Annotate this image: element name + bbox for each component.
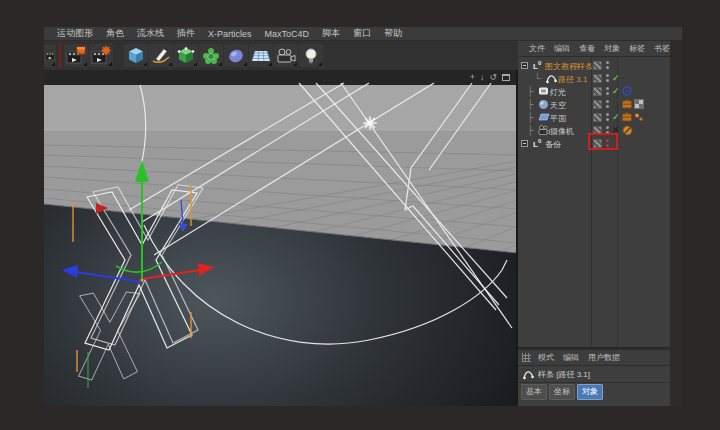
editor-visibility-dot[interactable] xyxy=(606,113,609,116)
editor-visibility-dot[interactable] xyxy=(606,126,609,129)
editor-visibility-dot[interactable] xyxy=(606,87,609,90)
layer-icon[interactable] xyxy=(593,74,602,83)
main-menu-item[interactable]: 角色 xyxy=(106,27,124,40)
plane-icon xyxy=(538,112,550,124)
viewport-top-strip xyxy=(44,70,518,85)
attribute-menu-item[interactable]: 编辑 xyxy=(563,352,579,363)
render-visibility-dot[interactable] xyxy=(606,105,609,108)
tree-branch: ├ xyxy=(527,99,533,109)
generator-icon[interactable] xyxy=(199,44,223,67)
selected-point-star xyxy=(363,116,377,130)
layer-icon[interactable] xyxy=(593,113,602,122)
compositing-tag-icon[interactable] xyxy=(622,99,632,109)
main-menu-item[interactable]: 脚本 xyxy=(322,27,340,40)
render-visibility-dot[interactable] xyxy=(606,92,609,95)
object-manager-menu-item[interactable]: 编辑 xyxy=(554,43,570,54)
expander-icon[interactable] xyxy=(521,62,528,69)
attribute-menu-item[interactable]: 模式 xyxy=(538,352,554,363)
editor-visibility-dot[interactable] xyxy=(606,74,609,77)
object-row[interactable]: └路径 3.1✓ xyxy=(518,72,670,85)
viewport-3d-scene[interactable] xyxy=(44,70,518,406)
toolbar-red-divider xyxy=(59,43,61,68)
null-object-icon: L0 xyxy=(533,138,541,149)
object-manager-panel: 文件编辑查看对象标签书签 L0图文教程样条└路径 3.1✓├灯光✓├天空├平面✓… xyxy=(518,41,670,406)
attribute-manager-menu: 模式编辑用户数据 xyxy=(518,350,670,366)
object-manager-menu-item[interactable]: 对象 xyxy=(604,43,620,54)
layer-icon[interactable] xyxy=(593,87,602,96)
editor-visibility-dot[interactable] xyxy=(606,61,609,64)
object-label[interactable]: 备份 xyxy=(545,139,561,150)
pan-view-icon[interactable]: + xyxy=(470,72,475,82)
object-row[interactable]: ├灯光✓ xyxy=(518,85,670,98)
object-label[interactable]: 摄像机 xyxy=(550,126,574,137)
viewport-controls: +↓↺ xyxy=(470,70,510,84)
attribute-menu-item[interactable]: 用户数据 xyxy=(588,352,620,363)
main-menu-item[interactable]: MaxToC4D xyxy=(265,29,310,39)
main-menu-item[interactable]: 窗口 xyxy=(353,27,371,40)
phong-tag-icon[interactable] xyxy=(634,112,644,122)
attribute-tab-[interactable]: 坐标 xyxy=(549,384,575,400)
attribute-tab-[interactable]: 基本 xyxy=(521,384,547,400)
main-toolbar xyxy=(44,41,518,70)
main-menu-item[interactable]: 帮助 xyxy=(384,27,402,40)
main-menu-item[interactable]: X-Particles xyxy=(208,29,252,39)
screenshot-stage: 运动图形角色流水线插件X-ParticlesMaxToC4D脚本窗口帮助 +↓↺ xyxy=(0,0,720,430)
enabled-check-icon[interactable]: ✓ xyxy=(612,86,620,96)
camera-tool-icon[interactable] xyxy=(274,44,298,67)
tree-branch: ├ xyxy=(527,112,533,122)
render-visibility-dot[interactable] xyxy=(606,79,609,82)
tree-branch: ├ xyxy=(527,86,533,96)
maximize-view-icon[interactable] xyxy=(502,74,510,81)
zoom-view-icon[interactable]: ↓ xyxy=(480,72,485,82)
attribute-title: 样条 [路径 3.1] xyxy=(538,369,590,380)
main-menu-bar: 运动图形角色流水线插件X-ParticlesMaxToC4D脚本窗口帮助 xyxy=(44,27,682,41)
render-visibility-dot[interactable] xyxy=(606,66,609,69)
object-manager-menu-item[interactable]: 书签 xyxy=(654,43,670,54)
spline-pen-icon[interactable] xyxy=(149,44,173,67)
cube-primitive-icon[interactable] xyxy=(124,44,148,67)
attribute-tabs: 基本坐标对象 xyxy=(518,383,670,401)
spline-icon xyxy=(523,369,534,380)
texture-tag-icon[interactable] xyxy=(634,99,644,109)
object-label[interactable]: 图文教程样条 xyxy=(545,61,593,72)
rotate-view-icon[interactable]: ↺ xyxy=(489,72,497,82)
mograph-clip-icon[interactable] xyxy=(44,44,56,67)
enabled-check-icon[interactable]: ✓ xyxy=(612,112,620,122)
viewport[interactable]: +↓↺ xyxy=(44,70,518,406)
object-label[interactable]: 平面 xyxy=(550,113,566,124)
object-manager-menu-item[interactable]: 查看 xyxy=(579,43,595,54)
deformer-icon[interactable] xyxy=(224,44,248,67)
compositing-tag-icon[interactable] xyxy=(622,112,632,122)
tree-branch: ├ xyxy=(527,125,533,135)
object-row[interactable]: L0图文教程样条 xyxy=(518,59,670,72)
mograph-cube-icon[interactable] xyxy=(64,44,88,67)
enabled-check-icon[interactable]: ✓ xyxy=(612,73,620,83)
object-label[interactable]: 天空 xyxy=(550,100,566,111)
panel-filler xyxy=(670,41,682,406)
object-manager-menu-item[interactable]: 文件 xyxy=(529,43,545,54)
light-tool-icon[interactable] xyxy=(299,44,323,67)
light-tag-icon[interactable] xyxy=(622,86,632,96)
layer-icon[interactable] xyxy=(593,100,602,109)
subdivision-surface-icon[interactable] xyxy=(174,44,198,67)
main-menu-item[interactable]: 流水线 xyxy=(137,27,164,40)
object-label[interactable]: 路径 3.1 xyxy=(558,74,587,85)
object-row[interactable]: ├天空 xyxy=(518,98,670,111)
object-label[interactable]: 灯光 xyxy=(550,87,566,98)
layer-icon[interactable] xyxy=(593,61,602,70)
object-row[interactable]: ├平面✓ xyxy=(518,111,670,124)
protection-tag-icon[interactable] xyxy=(622,125,632,135)
panel-grid-icon[interactable] xyxy=(522,353,531,362)
mograph-gear-icon[interactable] xyxy=(89,44,113,67)
main-menu-item[interactable]: 运动图形 xyxy=(57,27,93,40)
render-visibility-dot[interactable] xyxy=(606,118,609,121)
floor-environment-icon[interactable] xyxy=(249,44,273,67)
object-list: L0图文教程样条└路径 3.1✓├灯光✓├天空├平面✓├摄像机✕L0备份 xyxy=(518,57,670,347)
light-icon xyxy=(538,86,549,98)
expander-icon[interactable] xyxy=(521,140,528,147)
sky-band xyxy=(44,85,518,130)
object-manager-menu-item[interactable]: 标签 xyxy=(629,43,645,54)
main-menu-item[interactable]: 插件 xyxy=(177,27,195,40)
editor-visibility-dot[interactable] xyxy=(606,100,609,103)
attribute-tab-selected[interactable]: 对象 xyxy=(577,384,603,400)
